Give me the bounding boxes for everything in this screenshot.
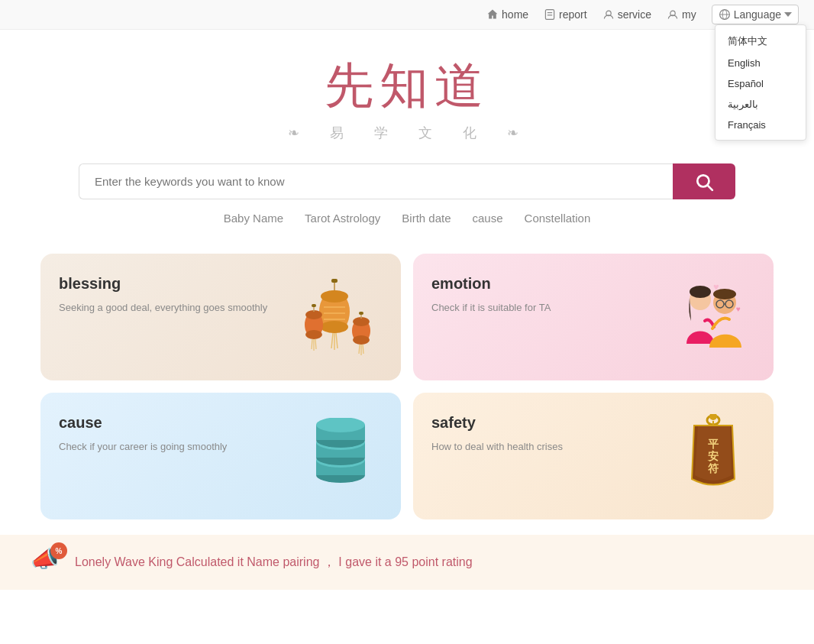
card-blessing-desc: Seeking a good deal, everything goes smo… (59, 300, 299, 316)
svg-rect-10 (331, 279, 338, 283)
svg-text:符: 符 (708, 462, 719, 474)
nav-service[interactable]: service (602, 8, 651, 21)
svg-line-9 (708, 185, 712, 189)
card-safety[interactable]: safety How to deal with health crises 平 … (413, 393, 774, 519)
svg-point-43 (713, 289, 736, 299)
svg-point-13 (321, 321, 348, 333)
svg-line-26 (312, 339, 312, 349)
language-button[interactable]: Language (712, 5, 799, 24)
svg-line-20 (336, 333, 338, 348)
nav-home[interactable]: home (486, 8, 528, 21)
card-cause-text: cause Check if your career is going smoo… (59, 414, 299, 455)
card-blessing[interactable]: blessing Seeking a good deal, everything… (40, 254, 401, 380)
banner-text: Lonely Wave King Calculated it Name pair… (75, 555, 473, 571)
card-emotion-title: emotion (431, 275, 671, 293)
quick-link-cause[interactable]: cause (473, 212, 503, 225)
card-emotion[interactable]: emotion Check if it is suitable for TA ♥… (413, 254, 774, 380)
svg-line-28 (315, 339, 316, 349)
cards-section: blessing Seeking a good deal, everything… (40, 254, 774, 519)
svg-line-34 (359, 345, 360, 354)
search-input[interactable] (79, 163, 673, 199)
quick-link-baby-name[interactable]: Baby Name (224, 212, 283, 225)
percent-badge: % (50, 542, 67, 559)
language-dropdown: 简体中文 English Español بالعربية Français (715, 24, 806, 141)
svg-point-32 (353, 335, 370, 345)
card-blessing-title: blessing (59, 275, 299, 293)
card-safety-image: 平 安 符 (671, 414, 755, 498)
lang-option-es[interactable]: Español (715, 73, 806, 94)
svg-point-12 (321, 290, 348, 303)
card-cause[interactable]: cause Check if your career is going smoo… (40, 393, 401, 519)
svg-point-41 (690, 286, 711, 298)
card-cause-desc: Check if your career is going smoothly (59, 439, 299, 455)
lang-option-fr[interactable]: Français (715, 115, 806, 135)
svg-line-18 (331, 333, 333, 348)
quick-link-birth[interactable]: Birth date (402, 212, 451, 225)
card-cause-title: cause (59, 414, 299, 432)
quick-links: Baby Name Tarot Astrology Birth date cau… (224, 212, 591, 225)
card-safety-title: safety (431, 414, 671, 432)
lang-option-ar[interactable]: بالعربية (715, 94, 806, 115)
svg-rect-29 (359, 312, 363, 315)
card-emotion-image: ♥ ♥ ♥ (671, 275, 755, 359)
svg-rect-0 (545, 10, 554, 20)
quick-link-constellation[interactable]: Constellation (525, 212, 591, 225)
hero-subtitle: ❧ 易 学 文 化 ❧ (288, 122, 526, 142)
navbar: home report service my Language 简体中文 Eng… (0, 0, 814, 30)
lang-option-zh[interactable]: 简体中文 (715, 30, 806, 53)
svg-point-57 (709, 414, 717, 420)
hero-section: 先知道 ❧ 易 学 文 化 ❧ Baby Name Tarot Astrolog… (0, 30, 814, 254)
card-safety-desc: How to deal with health crises (431, 439, 671, 455)
hero-title: 先知道 (325, 53, 489, 119)
card-cause-image (299, 414, 383, 498)
nav-my[interactable]: my (667, 8, 696, 21)
megaphone-wrap: 📣 % (31, 545, 64, 579)
card-safety-text: safety How to deal with health crises (431, 414, 671, 455)
svg-text:安: 安 (707, 450, 719, 462)
card-emotion-text: emotion Check if it is suitable for TA (431, 275, 671, 316)
card-blessing-image (299, 275, 383, 359)
card-blessing-text: blessing Seeking a good deal, everything… (59, 275, 299, 316)
svg-point-24 (305, 330, 322, 339)
quick-link-tarot[interactable]: Tarot Astrology (305, 212, 380, 225)
card-emotion-desc: Check if it is suitable for TA (431, 300, 671, 316)
svg-rect-21 (312, 304, 316, 307)
svg-line-36 (363, 345, 363, 354)
search-button[interactable] (673, 163, 735, 199)
bottom-banner: 📣 % Lonely Wave King Calculated it Name … (0, 535, 814, 590)
lang-option-en[interactable]: English (715, 53, 806, 73)
svg-text:平: 平 (708, 438, 719, 450)
nav-report[interactable]: report (544, 8, 587, 21)
search-bar (79, 163, 735, 199)
svg-text:♥: ♥ (736, 305, 741, 313)
